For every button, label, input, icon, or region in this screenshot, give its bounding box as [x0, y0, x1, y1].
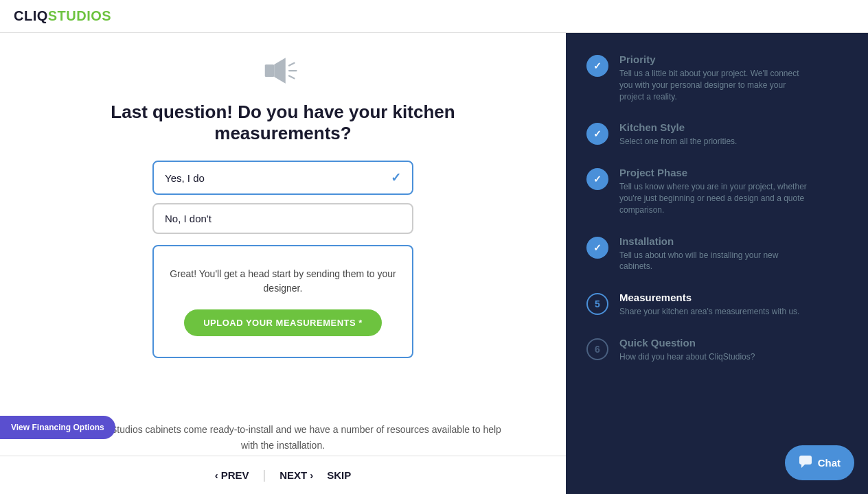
chat-icon — [799, 455, 812, 471]
step-content-kitchen-style: Kitchen Style Select one from all the pr… — [619, 121, 737, 148]
step-title-project-phase: Project Phase — [619, 167, 812, 178]
sidebar-item-kitchen-style: ✓ Kitchen Style Select one from all the … — [586, 121, 847, 148]
nav-bar: ‹ PREV | NEXT › SKIP — [0, 456, 566, 494]
step-title-measurements: Measurements — [619, 292, 799, 303]
speaker-icon — [262, 54, 304, 88]
step-circle-kitchen-style: ✓ — [586, 123, 608, 145]
step-title-quick-question: Quick Question — [619, 337, 755, 349]
step-desc-project-phase: Tell us know where you are in your proje… — [619, 181, 812, 215]
step-desc-priority: Tell us a little bit about your project.… — [619, 68, 812, 102]
step-number-measurements: 5 — [595, 298, 600, 309]
sidebar: ✓ Priority Tell us a little bit about yo… — [566, 33, 868, 494]
main-layout: Last question! Do you have your kitchen … — [0, 33, 868, 494]
option-yes-label: Yes, I do — [165, 172, 205, 184]
step-title-installation: Installation — [619, 235, 812, 247]
icon-area — [262, 54, 304, 91]
next-button[interactable]: NEXT › — [279, 469, 313, 481]
options-container: Yes, I do ✓ No, I don't — [152, 161, 413, 234]
upload-box: Great! You'll get a head start by sendin… — [152, 245, 413, 358]
prev-button[interactable]: ‹ PREV — [215, 469, 249, 481]
step-circle-measurements: 5 — [586, 293, 608, 315]
question-title: Last question! Do you have your kitchen … — [43, 102, 523, 144]
header: CLIQSTUDIOS — [0, 0, 868, 33]
step-circle-quick-question: 6 — [586, 338, 608, 360]
option-no-label: No, I don't — [165, 213, 212, 224]
step-desc-kitchen-style: Select one from all the priorities. — [619, 136, 737, 148]
nav-divider: | — [263, 468, 266, 482]
sidebar-item-measurements: 5 Measurements Share your kitchen area's… — [586, 292, 847, 318]
option-yes[interactable]: Yes, I do ✓ — [152, 161, 413, 195]
step-content-installation: Installation Tell us about who will be i… — [619, 235, 812, 273]
step-circle-project-phase: ✓ — [586, 168, 608, 190]
step-desc-installation: Tell us about who will be installing you… — [619, 250, 812, 273]
svg-rect-0 — [265, 64, 275, 77]
logo: CLIQSTUDIOS — [14, 8, 111, 24]
logo-cliq: CLIQ — [14, 8, 48, 23]
chat-button[interactable]: Chat — [785, 445, 854, 480]
step-title-priority: Priority — [619, 54, 812, 65]
option-no[interactable]: No, I don't — [152, 203, 413, 234]
step-content-project-phase: Project Phase Tell us know where you are… — [619, 167, 812, 215]
upload-measurements-button[interactable]: UPLOAD YOUR MEASUREMENTS * — [184, 309, 382, 336]
step-content-measurements: Measurements Share your kitchen area's m… — [619, 292, 799, 318]
skip-button[interactable]: SKIP — [327, 469, 351, 481]
prev-arrow-icon: ‹ — [215, 469, 218, 481]
svg-marker-6 — [801, 464, 805, 468]
step-circle-installation: ✓ — [586, 237, 608, 259]
svg-line-4 — [289, 76, 295, 79]
step-content-quick-question: Quick Question How did you hear about Cl… — [619, 337, 755, 363]
step-content-priority: Priority Tell us a little bit about your… — [619, 54, 812, 102]
sidebar-item-project-phase: ✓ Project Phase Tell us know where you a… — [586, 167, 847, 215]
step-number-kitchen-style: ✓ — [593, 128, 602, 139]
next-arrow-icon: › — [310, 469, 313, 481]
upload-description: Great! You'll get a head start by sendin… — [168, 267, 398, 296]
svg-marker-1 — [274, 58, 286, 84]
step-number-quick-question: 6 — [595, 344, 600, 355]
svg-rect-5 — [799, 456, 812, 464]
chat-label: Chat — [818, 457, 841, 469]
sidebar-item-priority: ✓ Priority Tell us a little bit about yo… — [586, 54, 847, 102]
step-desc-quick-question: How did you hear about CliqStudios? — [619, 351, 755, 363]
step-number-priority: ✓ — [593, 60, 602, 71]
prev-label: PREV — [221, 469, 249, 481]
financing-button[interactable]: View Financing Options — [0, 416, 115, 439]
sidebar-item-installation: ✓ Installation Tell us about who will be… — [586, 235, 847, 273]
check-icon: ✓ — [391, 170, 401, 185]
step-desc-measurements: Share your kitchen area's measurements w… — [619, 306, 799, 318]
next-label: NEXT — [279, 469, 307, 481]
step-number-project-phase: ✓ — [593, 174, 602, 185]
svg-line-2 — [289, 63, 295, 66]
step-number-installation: ✓ — [593, 242, 602, 253]
logo-studios: STUDIOS — [48, 8, 111, 23]
step-title-kitchen-style: Kitchen Style — [619, 121, 737, 133]
sidebar-item-quick-question: 6 Quick Question How did you hear about … — [586, 337, 847, 363]
step-circle-priority: ✓ — [586, 55, 608, 77]
